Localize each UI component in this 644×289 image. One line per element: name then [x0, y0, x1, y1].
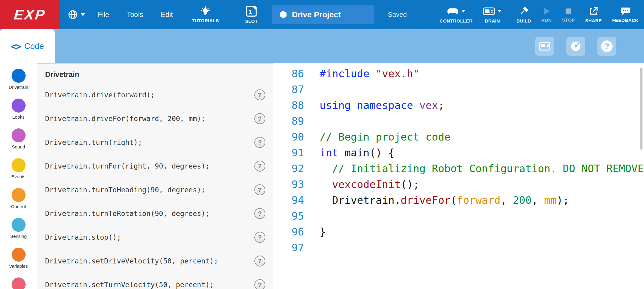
brain-button[interactable]: BRAIN	[483, 6, 502, 23]
code-line: 86 #include "vex.h"	[273, 66, 644, 82]
sidebar-category[interactable]: Variables	[0, 248, 37, 269]
code-editor[interactable]: 86 #include "vex.h" 87 88 using namespac…	[273, 63, 644, 289]
command-item[interactable]: Drivetrain.turnToHeading(90, degrees); ?	[37, 178, 273, 202]
sidebar: Drivetrain Looks Sound Events Control Se…	[0, 63, 37, 289]
sidebar-category[interactable]: Drivetrain	[0, 69, 37, 90]
controller-icon	[447, 7, 459, 15]
command-help-button[interactable]: ?	[254, 161, 265, 172]
hexagon-icon	[279, 10, 288, 19]
run-button[interactable]: RUN	[541, 7, 552, 23]
code-line: 91 int main() {	[273, 145, 644, 161]
line-number: 91	[273, 145, 304, 161]
code-line: 88 using namespace vex;	[273, 97, 644, 113]
sidebar-category[interactable]: Events	[0, 158, 37, 179]
stop-button[interactable]: STOP	[562, 7, 575, 23]
command-item[interactable]: Drivetrain.driveFor(forward, 200, mm); ?	[37, 107, 273, 131]
indent-guide-line	[323, 161, 323, 224]
line-number: 97	[273, 240, 304, 256]
sidebar-category[interactable]: Sound	[0, 128, 37, 150]
save-status: Saved	[388, 11, 407, 19]
help-button[interactable]: ?	[597, 37, 616, 56]
line-number: 87	[273, 82, 304, 97]
share-label: SHARE	[585, 18, 602, 23]
command-item[interactable]: Drivetrain.turn(right); ?	[37, 131, 273, 154]
device-info-button[interactable]	[535, 37, 554, 56]
line-content	[304, 240, 320, 256]
controller-label: CONTROLLER	[440, 18, 472, 23]
feedback-label: FEEDBACK	[612, 18, 639, 23]
slot-number: 1	[249, 8, 253, 15]
sidebar-category[interactable]: Sensing	[0, 218, 37, 239]
command-list: Drivetrain.drive(forward); ? Drivetrain.…	[37, 83, 273, 289]
sidebar-category[interactable]: Looks	[0, 99, 37, 120]
code-line: 87	[273, 82, 644, 97]
category-circle-icon	[12, 248, 26, 262]
command-item[interactable]: Drivetrain.drive(forward); ?	[37, 83, 273, 107]
brain-device-icon	[539, 41, 550, 51]
globe-icon	[68, 9, 78, 20]
category-label: Sound	[12, 144, 25, 150]
topbar-actions: CONTROLLER BRAIN	[440, 0, 644, 29]
command-panel-title: Drivetrain	[37, 64, 273, 79]
sidebar-category[interactable]	[0, 277, 37, 289]
command-text: Drivetrain.turnToHeading(90, degrees);	[45, 186, 254, 194]
tab-code[interactable]: <> Code	[0, 29, 55, 63]
code-line: 92 // Initializing Robot Configuration. …	[273, 161, 644, 176]
command-text: Drivetrain.turnFor(right, 90, degrees);	[45, 162, 254, 170]
language-selector[interactable]	[68, 0, 85, 29]
menu-tools[interactable]: Tools	[127, 11, 143, 19]
command-help-button[interactable]: ?	[254, 256, 265, 266]
command-help-button[interactable]: ?	[254, 113, 265, 124]
lightbulb-icon	[200, 6, 210, 16]
slot-button[interactable]: 1 SLOT	[245, 0, 258, 29]
command-help-button[interactable]: ?	[254, 184, 265, 195]
share-button[interactable]: SHARE	[585, 6, 602, 23]
command-item[interactable]: Drivetrain.setDriveVelocity(50, percent)…	[37, 249, 273, 273]
command-item[interactable]: Drivetrain.turnToRotation(90, degrees); …	[37, 202, 273, 225]
share-icon	[589, 6, 598, 16]
command-help-button[interactable]: ?	[254, 137, 265, 148]
category-circle-icon	[12, 99, 26, 113]
sidebar-category[interactable]: Control	[0, 188, 37, 209]
command-help-button[interactable]: ?	[254, 89, 265, 100]
command-item[interactable]: Drivetrain.turnFor(right, 90, degrees); …	[37, 154, 273, 178]
category-circle-icon	[12, 188, 26, 202]
line-number: 96	[273, 224, 304, 240]
command-item[interactable]: Drivetrain.setTurnVelocity(50, percent);…	[37, 273, 273, 289]
menu-file[interactable]: File	[98, 11, 109, 19]
tabbar: <> Code ?	[0, 29, 644, 63]
command-help-button[interactable]: ?	[254, 279, 265, 289]
code-line: 95	[273, 208, 644, 224]
tutorials-button[interactable]: TUTORIALS	[192, 0, 219, 29]
exp-logo: EXP	[0, 0, 60, 29]
command-help-button[interactable]: ?	[254, 208, 265, 219]
code-line: 97	[273, 240, 644, 256]
category-label: Events	[12, 174, 26, 179]
line-number: 86	[273, 66, 304, 82]
line-content: // Begin project code	[304, 129, 451, 145]
build-label: BUILD	[516, 18, 531, 23]
code-line: 90 // Begin project code	[273, 129, 644, 145]
command-item[interactable]: Drivetrain.stop(); ?	[37, 225, 273, 249]
build-button[interactable]: BUILD	[516, 6, 531, 23]
project-name: Drive Project	[292, 10, 341, 19]
dashboard-button[interactable]	[566, 37, 585, 56]
content-area: Drivetrain Looks Sound Events Control Se…	[0, 63, 644, 289]
line-content: using namespace vex;	[304, 97, 444, 113]
line-content: int main() {	[304, 145, 395, 161]
scrollbar-thumb[interactable]	[640, 68, 642, 150]
category-circle-icon	[12, 218, 26, 232]
feedback-button[interactable]: FEEDBACK	[612, 7, 639, 23]
tutorials-label: TUTORIALS	[192, 18, 219, 23]
line-number: 89	[273, 113, 304, 129]
command-help-button[interactable]: ?	[254, 232, 265, 243]
controller-button[interactable]: CONTROLLER	[440, 6, 472, 23]
category-label: Looks	[12, 114, 24, 120]
line-number: 95	[273, 208, 304, 224]
code-line: 89	[273, 113, 644, 129]
command-text: Drivetrain.turn(right);	[45, 138, 254, 146]
line-content: Drivetrain.driveFor(forward, 200, mm);	[304, 192, 569, 208]
menu-edit[interactable]: Edit	[161, 11, 173, 19]
project-name-button[interactable]: Drive Project	[272, 5, 374, 24]
category-label: Variables	[9, 263, 28, 269]
